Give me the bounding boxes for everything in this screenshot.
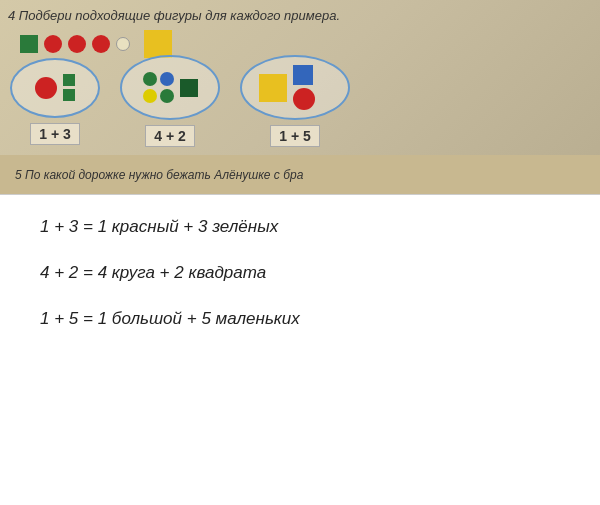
- small-green-sq-2-icon: [63, 89, 75, 101]
- yellow-dot-1-icon: [143, 89, 157, 103]
- yellow-square-icon: [144, 30, 172, 58]
- task4-header: 4 Подбери подходящие фигуры для каждого …: [8, 8, 340, 23]
- answer-line-1: 1 + 3 = 1 красный + 3 зелёных: [40, 215, 560, 239]
- small-circle-icon: [116, 37, 130, 51]
- dots-grid: [143, 72, 174, 103]
- oval-3: [240, 55, 350, 120]
- oval3-red-circle-icon: [293, 88, 315, 110]
- green-dot-2-icon: [160, 89, 174, 103]
- oval-1-label: 1 + 3: [30, 123, 80, 145]
- ovals-row: 1 + 3 4 + 2: [10, 55, 590, 147]
- green-dot-1-icon: [143, 72, 157, 86]
- oval-2-label: 4 + 2: [145, 125, 195, 147]
- big-yellow-sq-icon: [259, 74, 287, 102]
- blue-dot-1-icon: [160, 72, 174, 86]
- blue-sq-icon: [293, 65, 313, 85]
- photo-overlay: 4 Подбери подходящие фигуры для каждого …: [0, 0, 600, 194]
- answers-section: 1 + 3 = 1 красный + 3 зелёных 4 + 2 = 4 …: [0, 195, 600, 505]
- dark-sq-icon: [180, 79, 198, 97]
- shapes-row: [20, 30, 172, 58]
- oval-group-3: 1 + 5: [240, 55, 350, 147]
- red-circle-2-icon: [68, 35, 86, 53]
- small-green-sq-1-icon: [63, 74, 75, 86]
- photo-section: 4 Подбери подходящие фигуры для каждого …: [0, 0, 600, 195]
- red-circle-1-icon: [44, 35, 62, 53]
- answer-line-3: 1 + 5 = 1 большой + 5 маленьких: [40, 307, 560, 331]
- task5-text: 5 По какой дорожке нужно бежать Алёнушке…: [15, 168, 303, 182]
- oval-group-2: 4 + 2: [120, 55, 220, 147]
- oval-1: [10, 58, 100, 118]
- oval-2: [120, 55, 220, 120]
- red-circle-3-icon: [92, 35, 110, 53]
- task5-strip: 5 По какой дорожке нужно бежать Алёнушке…: [0, 155, 600, 195]
- big-red-circle-icon: [35, 77, 57, 99]
- oval-group-1: 1 + 3: [10, 58, 100, 145]
- green-square-icon: [20, 35, 38, 53]
- oval-3-label: 1 + 5: [270, 125, 320, 147]
- answer-line-2: 4 + 2 = 4 круга + 2 квадрата: [40, 261, 560, 285]
